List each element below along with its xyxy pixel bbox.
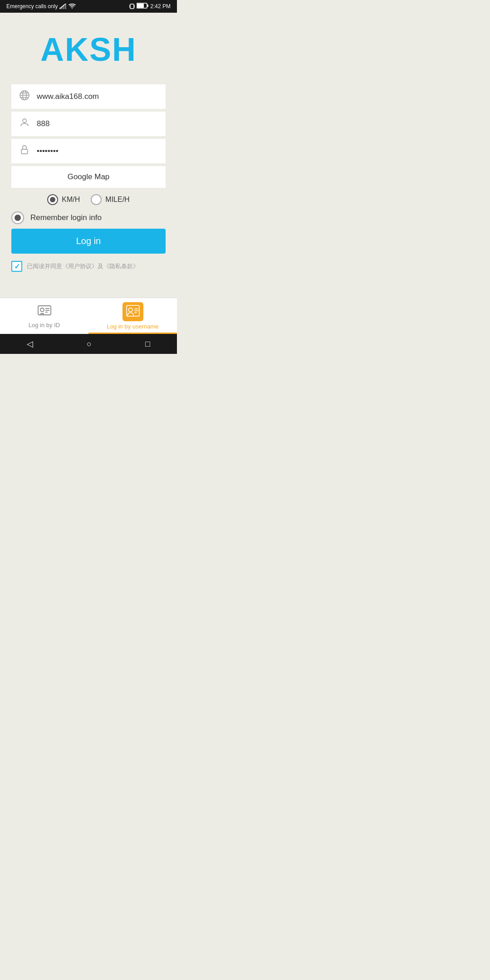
status-left: Emergency calls only	[6, 3, 76, 10]
remember-label: Remember login info	[30, 213, 102, 222]
server-url-row	[11, 84, 166, 109]
tab-login-by-id-label: Log in by ID	[29, 322, 60, 328]
vibrate-icon	[129, 3, 135, 10]
nav-bar: ◁ ○ □	[0, 334, 177, 354]
kmh-label: KM/H	[62, 196, 80, 204]
map-type-selector[interactable]: Google Map	[11, 166, 166, 188]
agreement-row: ✓ 已阅读并同意《用户协议》及《隐私条款》	[11, 261, 166, 272]
signal-icon	[59, 4, 67, 9]
username-row	[11, 112, 166, 136]
app-logo: AKSH	[40, 31, 137, 68]
nav-back-button[interactable]: ◁	[18, 336, 42, 352]
status-time: 2:42 PM	[150, 3, 171, 10]
map-type-label: Google Map	[68, 172, 110, 181]
tab-login-by-id[interactable]: ID Log in by ID	[0, 298, 88, 334]
password-input[interactable]	[37, 147, 158, 156]
agreement-text: 已阅读并同意《用户协议》及《隐私条款》	[27, 262, 139, 270]
contact-icon	[126, 304, 140, 319]
tab-active-wrapper	[122, 302, 143, 321]
status-bar: Emergency calls only	[0, 0, 177, 13]
kmh-option[interactable]: KM/H	[47, 194, 80, 205]
nav-recent-button[interactable]: □	[136, 337, 159, 352]
agreement-checkbox[interactable]: ✓	[11, 261, 22, 272]
mileh-option[interactable]: MILE/H	[91, 194, 129, 205]
battery-icon	[137, 3, 148, 9]
remember-row: Remember login info	[11, 211, 166, 224]
remember-radio[interactable]	[11, 211, 24, 224]
svg-text:ID: ID	[41, 313, 43, 315]
svg-point-19	[40, 308, 44, 312]
svg-point-26	[128, 308, 132, 312]
svg-rect-17	[21, 149, 28, 154]
lock-icon	[19, 144, 30, 158]
login-button[interactable]: Log in	[11, 229, 166, 254]
svg-rect-10	[147, 5, 148, 7]
wifi-icon	[69, 4, 76, 9]
main-content: AKSH	[0, 13, 177, 298]
status-carrier: Emergency calls only	[6, 3, 58, 10]
speed-unit-row: KM/H MILE/H	[11, 194, 166, 205]
svg-point-16	[23, 119, 26, 122]
mileh-label: MILE/H	[105, 196, 129, 204]
mileh-radio[interactable]	[91, 194, 102, 205]
tab-login-by-username-label: Log in by username	[107, 323, 158, 330]
checkmark-icon: ✓	[14, 262, 20, 271]
active-tab-indicator	[88, 333, 177, 334]
person-icon	[19, 117, 30, 131]
server-url-input[interactable]	[37, 92, 158, 101]
kmh-radio[interactable]	[47, 194, 58, 205]
input-section: Google Map	[11, 84, 166, 190]
svg-rect-5	[130, 4, 134, 9]
username-input[interactable]	[37, 119, 158, 128]
svg-rect-9	[137, 4, 144, 8]
password-row	[11, 139, 166, 163]
nav-home-button[interactable]: ○	[78, 337, 101, 352]
id-card-icon: ID	[38, 304, 51, 320]
globe-icon	[19, 90, 30, 103]
status-right: 2:42 PM	[129, 3, 171, 10]
battery-indicator	[137, 3, 148, 10]
tab-bar: ID Log in by ID Log in by username	[0, 298, 177, 334]
tab-login-by-username[interactable]: Log in by username	[88, 298, 177, 334]
